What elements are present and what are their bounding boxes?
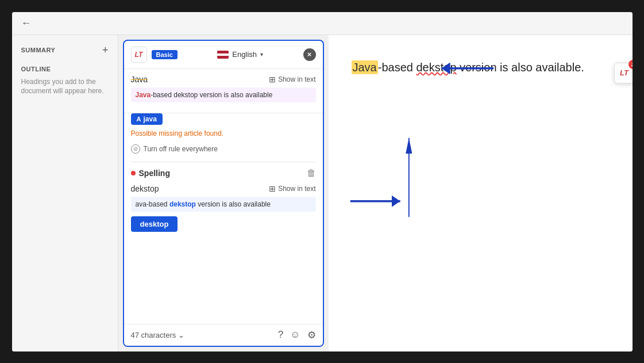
editor-text-between: -based [378,61,417,74]
smile-icon[interactable]: ☺ [290,329,300,341]
spelling-label-row: Spelling [131,169,170,178]
char-count-label: 47 characters [131,331,176,339]
suggestion-badge-java[interactable]: A java [131,113,163,125]
suggestion-word-java: java [143,115,156,123]
lt-notification-badge: 2 [628,60,633,69]
char-count-button[interactable]: 47 characters ⌄ [131,331,185,339]
content-area: SUMMARY + OUTLINE Headings you add to th… [12,35,633,351]
main-window: ← SUMMARY + OUTLINE Headings you add to … [12,12,633,351]
arrows-overlay [329,35,633,351]
lt-panel-footer: 47 characters ⌄ ? ☺ ⚙ [124,324,323,346]
suggestion-area-java: A java Possible missing article found. ⊘… [124,113,323,162]
sidebar-outline-hint: Headings you add to the document will ap… [21,77,109,97]
back-button[interactable]: ← [21,17,32,29]
lt-basic-badge: Basic [152,50,178,59]
show-in-text-label: Show in text [278,75,315,83]
char-count-chevron-icon: ⌄ [178,331,184,339]
sidebar-outline-label: OUTLINE [21,66,109,72]
lt-language-chevron-icon: ▾ [260,51,263,58]
lt-panel-header: LT Basic English ▾ × [124,41,323,69]
spelling-context-highlight: dekstop [169,200,196,208]
sidebar-summary-label: SUMMARY [21,47,56,54]
lt-logo-area: LT Basic [131,47,178,63]
show-in-text-spelling[interactable]: ⊞ Show in text [269,184,315,193]
lt-close-button[interactable]: × [303,48,316,61]
suggestion-letter-java: A [137,116,141,123]
issue-word-java: Java [131,75,148,84]
spelling-suggestion-area: desktop [124,216,323,238]
spelling-context-prefix: ava-based [136,200,169,208]
sidebar: SUMMARY + OUTLINE Headings you add to th… [12,35,118,351]
spelling-header: Spelling 🗑 [124,162,323,184]
issue-description-java: Possible missing article found. [131,129,316,137]
editor-text-after: version is also available. [457,61,584,74]
sidebar-summary-row: SUMMARY + [21,44,109,56]
lt-panel: LT Basic English ▾ × [123,40,324,347]
turn-off-rule-button[interactable]: ⊘ Turn off rule everywhere [131,142,316,156]
show-in-text-spelling-label: Show in text [278,185,315,193]
editor-area: LT 2 Java-based dekstop version is also … [329,35,633,351]
dekstop-underline: dekstop [416,61,456,74]
issue-block-java: Java ⊞ Show in text Java-based dekstop v… [124,69,323,113]
lt-panel-scroll[interactable]: Java ⊞ Show in text Java-based dekstop v… [124,69,323,324]
lt-language-selector[interactable]: English ▾ [217,50,263,59]
spelling-label: Spelling [139,169,170,178]
circle-slash-icon: ⊘ [131,144,140,154]
help-icon[interactable]: ? [278,329,283,341]
context-highlight-java: Java [136,91,151,99]
footer-icons: ? ☺ ⚙ [278,329,316,341]
top-bar: ← [12,12,633,35]
spelling-word: dekstop [131,184,159,193]
sidebar-add-button[interactable]: + [102,44,109,56]
issue-context-java: Java-based dekstop version is also avail… [131,87,316,102]
issue-word-row: Java ⊞ Show in text [131,75,316,84]
lt-language-label: English [232,50,257,59]
lt-logo: LT [131,47,147,63]
lt-floating-icon[interactable]: LT 2 [614,63,633,83]
lt-floating-icon-text: LT [620,68,628,77]
java-highlight: Java [352,60,378,74]
trash-icon[interactable]: 🗑 [307,168,316,178]
show-in-text-icon: ⊞ [269,75,276,84]
context-rest-java: -based dekstop version is also available [151,91,272,99]
spelling-context-suffix: version is also available [196,200,271,208]
show-in-text-java[interactable]: ⊞ Show in text [269,75,315,84]
turn-off-rule-label: Turn off rule everywhere [144,145,218,153]
desktop-suggestion-button[interactable]: desktop [131,216,178,232]
spelling-word-row: dekstop ⊞ Show in text [124,184,323,197]
flag-us-icon [217,51,229,59]
spelling-context: ava-based dekstop version is also availa… [131,197,316,212]
show-in-text-spelling-icon: ⊞ [269,184,276,193]
red-dot-icon [131,171,136,175]
editor-text[interactable]: Java-based dekstop version is also avail… [352,58,610,77]
gear-icon[interactable]: ⚙ [307,329,316,341]
